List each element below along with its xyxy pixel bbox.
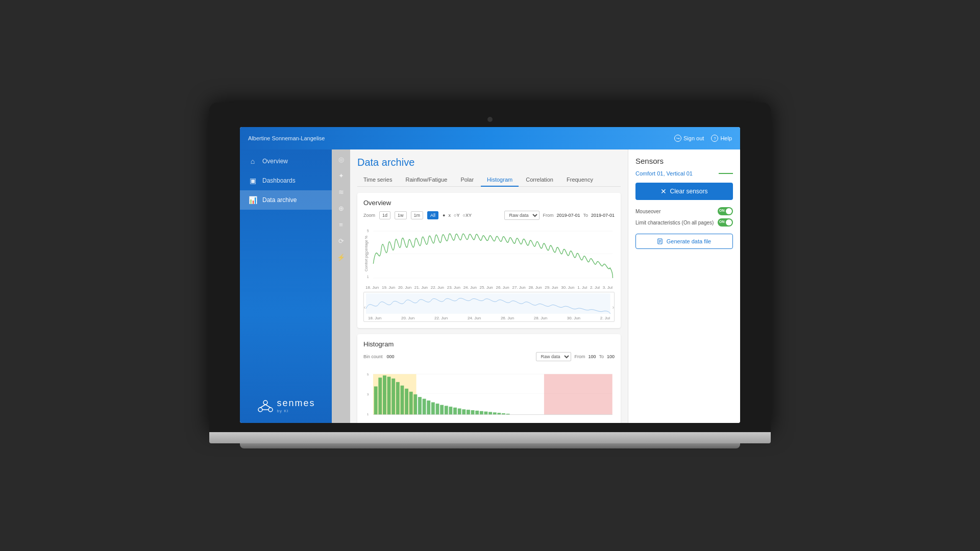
overview-chart-card: Overview Zoom 1d 1w 1m All ● x ○Y [357,193,621,328]
axis-options: ● x ○Y ○XY [443,213,472,218]
svg-rect-23 [383,375,386,415]
svg-point-0 [263,400,267,405]
from-label: From [543,213,553,218]
tab-rainflow[interactable]: Rainflow/Fatigue [399,173,453,187]
hist-controls: Bin count 000 Raw data From 100 To 10 [363,352,615,361]
date-5: 23. Jun [447,285,460,290]
svg-rect-48 [493,412,497,414]
sign-out-button[interactable]: ↪ Sign out [674,135,704,142]
tab-frequency[interactable]: Frequency [560,173,599,187]
axis-xy[interactable]: ○XY [462,213,471,218]
date-13: 1. Jul [577,285,587,290]
strip-icon-4[interactable]: ⊕ [333,201,349,216]
sidebar-overview-label: Overview [262,158,288,165]
svg-rect-32 [423,399,426,415]
date-11: 29. Jun [545,285,558,290]
tab-bar: Time series Rainflow/Fatigue Polar Histo… [357,173,621,187]
svg-rect-20 [544,374,612,414]
help-button[interactable]: ? Help [711,135,732,142]
sidebar-item-dashboards[interactable]: ▣ Dashboards [240,171,332,190]
tab-time-series[interactable]: Time series [357,173,398,187]
app-body: ⌂ Overview ▣ Dashboards 📊 Data archive [240,149,740,423]
date-10: 28. Jun [528,285,542,290]
clear-sensors-button[interactable]: ✕ Clear sensors [635,183,733,200]
zoom-1m[interactable]: 1m [411,211,424,219]
generate-data-file-button[interactable]: Generate data file [635,234,733,249]
limit-toggle-on: ON [719,220,725,223]
svg-point-2 [268,408,273,412]
svg-rect-30 [413,394,417,415]
limit-toggle-row: Limit characteristics (On all pages) ON [635,218,733,227]
svg-text:1: 1 [367,413,369,416]
overview-icon: ⌂ [248,157,257,166]
svg-rect-26 [396,382,400,415]
tab-correlation[interactable]: Correlation [520,173,559,187]
help-icon: ? [711,135,718,142]
scroll-right[interactable]: › [612,304,614,310]
histogram-chart-svg[interactable]: 5 3 1 [363,364,615,423]
zoom-1w[interactable]: 1w [395,211,407,219]
strip-icon-3[interactable]: ≋ [333,184,349,199]
svg-text:3: 3 [367,393,369,396]
svg-rect-38 [449,407,452,415]
axis-y[interactable]: ○Y [454,213,459,218]
svg-text:5: 5 [367,373,369,376]
sidebar-item-data-archive[interactable]: 📊 Data archive [240,190,332,210]
logo-graphic [256,396,275,415]
date-2: 20. Jun [398,285,411,290]
histogram-chart-title: Histogram [363,340,615,348]
chart-controls: Zoom 1d 1w 1m All ● x ○Y ○XY [363,211,615,220]
strip-icon-7[interactable]: ⚡ [333,249,349,265]
overview-chart-wrap: 5 3 1 [363,223,615,284]
strip-icon-6[interactable]: ⟳ [333,233,349,248]
svg-rect-12 [366,293,610,314]
overview-x-axis: 18. Jun 19. Jun 20. Jun 21. Jun 22. Jun … [363,284,615,290]
tab-histogram[interactable]: Histogram [481,173,519,187]
svg-rect-35 [436,404,439,415]
strip-icon-5[interactable]: ≡ [333,217,349,232]
overview-chart-svg[interactable]: 5 3 1 [363,223,615,284]
data-archive-icon: 📊 [248,195,257,205]
main-content: Data archive Time series Rainflow/Fatigu… [350,149,628,423]
limit-label: Limit characteristics (On all pages) [635,220,714,226]
axis-x[interactable]: x [449,213,451,218]
mini-chart-svg [366,293,612,314]
scroll-left[interactable]: ‹ [364,304,365,310]
svg-rect-37 [445,406,448,414]
mouseover-toggle[interactable]: ON [718,207,733,215]
sidebar: ⌂ Overview ▣ Dashboards 📊 Data archive [240,149,332,423]
limit-toggle[interactable]: ON [718,218,733,227]
svg-line-4 [265,405,271,408]
logo-sub: by KI [277,409,315,413]
logo-text: senmes [277,398,315,409]
svg-text:1: 1 [367,275,369,279]
sensor-name: Comfort 01, Vertical 01 [635,170,693,177]
zoom-all[interactable]: All [427,211,438,219]
svg-line-3 [260,405,265,408]
hist-to-value: 100 [607,354,615,359]
svg-rect-47 [488,412,492,414]
sensors-title: Sensors [635,157,733,165]
svg-rect-45 [480,411,483,415]
date-8: 26. Jun [496,285,509,290]
hist-to-label: To [599,354,604,359]
strip-icon-1[interactable]: ◎ [333,152,349,167]
data-mode-select[interactable]: Raw data [504,211,540,220]
sensor-color-line [719,173,733,174]
sidebar-item-overview[interactable]: ⌂ Overview [240,152,332,171]
hist-data-mode[interactable]: Raw data [536,352,571,361]
to-label: To [583,213,588,218]
sidebar-logo: senmes by KI [240,388,332,423]
strip-icon-2[interactable]: ✦ [333,168,349,183]
sidebar-data-archive-label: Data archive [262,196,297,204]
dashboards-icon: ▣ [248,176,257,185]
date-12: 30. Jun [561,285,574,290]
clear-sensors-label: Clear sensors [670,188,707,195]
tab-polar[interactable]: Polar [454,173,480,187]
zoom-1d[interactable]: 1d [379,211,390,219]
svg-rect-42 [467,410,470,414]
help-label: Help [720,135,732,141]
svg-rect-34 [431,402,435,414]
mini-chart-wrap[interactable]: 18. Jun 20. Jun 22. Jun 24. Jun 26. Jun … [363,292,615,322]
hist-from-label: From [574,354,585,359]
